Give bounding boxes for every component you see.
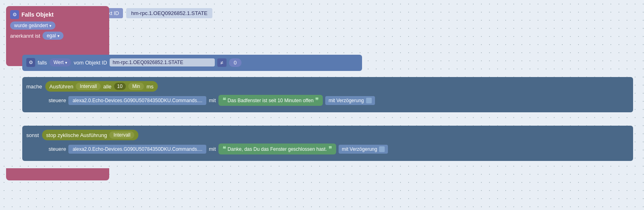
objekt-id-value[interactable]: hm-rpc.1.OEQ0926852.1.STATE — [126, 8, 212, 18]
mit-label-sonst: mit — [209, 146, 216, 152]
falls-objekt-tail — [6, 168, 109, 180]
intervall-label[interactable]: Intervall — [76, 83, 101, 90]
wert-dropdown[interactable]: Wert — [49, 58, 71, 66]
verzogerung-mache: mit Verzögerung — [325, 96, 375, 105]
mache-label: mache — [26, 84, 42, 90]
falls-block: ⚙ falls Wert vom Objekt ID hm-rpc.1.OEQ0… — [22, 55, 362, 71]
min-dropdown[interactable]: Min — [128, 83, 144, 90]
ms-label: ms — [146, 84, 153, 90]
steuere-field-sonst[interactable]: alexa2.0.Echo-Devices.G090U50784350DKU.C… — [68, 145, 206, 154]
steuere-field-mache[interactable]: alexa2.0.Echo-Devices.G090U50784350DKU.C… — [68, 96, 206, 105]
ausfuehren-block: Ausführen Intervall alle 10 Min ms — [45, 81, 158, 92]
wurde-row: wurde geändert — [10, 21, 104, 30]
steuere-label-sonst: steuere — [49, 146, 66, 152]
number-badge[interactable]: 10 — [114, 83, 126, 90]
anerkannt-label: anerkannt ist — [10, 33, 40, 39]
egal-dropdown[interactable]: egal — [42, 32, 64, 40]
falls-objekt-title: Falls Objekt — [21, 11, 53, 18]
neq-badge[interactable]: ≠ — [217, 58, 227, 67]
steuere-row-sonst: steuere alexa2.0.Echo-Devices.G090U50784… — [49, 144, 628, 154]
string-value-sonst[interactable]: Danke, das Du das Fenster geschlossen ha… — [228, 146, 327, 152]
falls-objekt-header: ⚙ Falls Objekt — [10, 10, 104, 19]
verzogerung-sonst: mit Verzögerung — [339, 145, 388, 154]
mit-label-mache: mit — [209, 97, 216, 103]
mache-block: mache Ausführen Intervall alle 10 Min ms… — [22, 77, 633, 112]
stop-label: stop zyklische Ausführung — [46, 132, 107, 138]
alle-label: alle — [103, 84, 111, 90]
steuere-label-mache: steuere — [49, 97, 66, 103]
stop-intervall-label[interactable]: Intervall — [109, 131, 134, 139]
falls-label: falls — [38, 60, 47, 66]
ausfuehren-label: Ausführen — [49, 84, 73, 90]
gear-icon[interactable]: ⚙ — [10, 10, 19, 19]
verzogerung-checkbox-mache[interactable] — [366, 98, 372, 103]
mache-row: mache Ausführen Intervall alle 10 Min ms — [26, 81, 628, 92]
falls-compare-row: ⚙ falls Wert vom Objekt ID hm-rpc.1.OEQ0… — [26, 58, 357, 67]
verzogerung-label-sonst: mit Verzögerung — [342, 146, 377, 152]
zero-badge[interactable]: 0 — [229, 58, 241, 67]
string-block-sonst: ❝ Danke, das Du das Fenster geschlossen … — [218, 144, 336, 154]
sonst-label: sonst — [26, 132, 39, 138]
string-block-mache: ❝ Das Badfenster ist seit 10 Minuten off… — [218, 95, 323, 106]
sonst-row: sonst stop zyklische Ausführung Interval… — [26, 130, 628, 140]
wurde-dropdown[interactable]: wurde geändert — [10, 21, 55, 30]
anerkannt-row: anerkannt ist egal — [10, 32, 104, 40]
sonst-block: sonst stop zyklische Ausführung Interval… — [22, 126, 633, 161]
verzogerung-label-mache: mit Verzögerung — [328, 98, 364, 103]
falls-objekt-id-value[interactable]: hm-rpc.1.OEQ0926852.1.STATE — [110, 58, 215, 66]
verzogerung-checkbox-sonst[interactable] — [379, 146, 385, 152]
objekt-id-area: Objekt ID hm-rpc.1.OEQ0926852.1.STATE — [93, 8, 212, 18]
falls-gear-icon[interactable]: ⚙ — [26, 58, 35, 67]
steuere-row-mache: steuere alexa2.0.Echo-Devices.G090U50784… — [49, 95, 628, 106]
string-value-mache[interactable]: Das Badfenster ist seit 10 Minuten offen — [228, 98, 314, 103]
stop-block: stop zyklische Ausführung Intervall — [42, 130, 138, 140]
vom-label: vom Objekt ID — [74, 60, 107, 66]
